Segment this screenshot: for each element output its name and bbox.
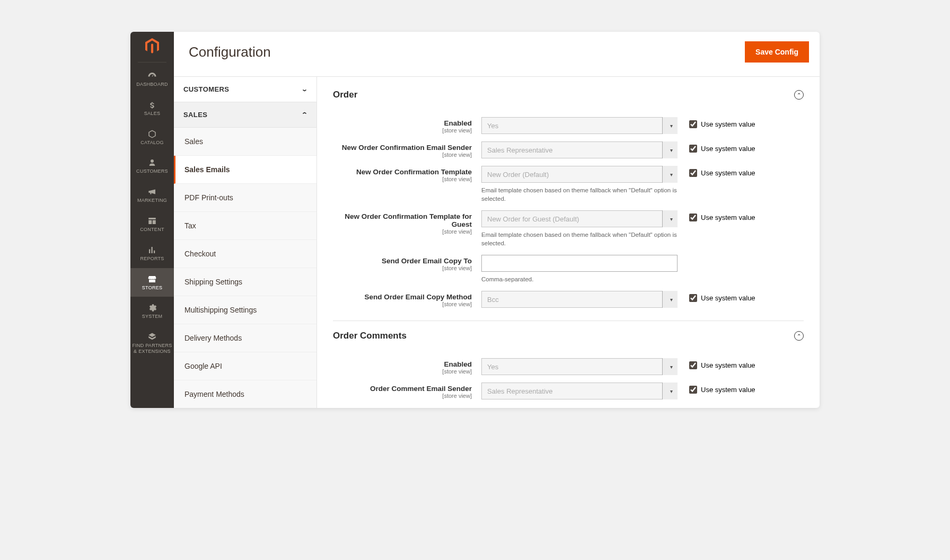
admin-window: DASHBOARD SALES CATALOG CUSTOMERS MARKET… [130,32,820,408]
puzzle-icon [131,331,173,343]
sidebar-item-multishipping[interactable]: Multishipping Settings [174,296,316,324]
scope-label: [store view] [333,368,472,375]
nav-dashboard[interactable]: DASHBOARD [130,65,174,94]
admin-nav: DASHBOARD SALES CATALOG CUSTOMERS MARKET… [130,32,174,408]
scope-label: [store view] [333,152,472,158]
main-panel: Configuration Save Config CUSTOMERS ⌄ SA… [174,32,820,408]
magento-logo-icon [130,32,174,62]
template-guest-select[interactable]: New Order for Guest (Default) [481,210,678,227]
section-order-head[interactable]: Order ⌃ [333,87,804,110]
use-system-checkbox[interactable] [689,169,697,177]
use-system-label[interactable]: Use system value [701,361,755,369]
config-sidebar: CUSTOMERS ⌄ SALES ⌃ Sales Sales Emails P… [174,77,317,408]
use-system-label[interactable]: Use system value [701,120,755,128]
sidebar-item-sales[interactable]: Sales [174,128,316,156]
scope-label: [store view] [333,265,472,271]
sidebar-item-sales-emails[interactable]: Sales Emails [174,156,316,184]
use-system-checkbox[interactable] [689,145,697,153]
use-system-checkbox[interactable] [689,386,697,394]
section-title: Order Comments [333,331,407,341]
field-copy-to: Send Order Email Copy To [store view] Co… [333,255,804,283]
scope-label: [store view] [333,393,472,399]
section-comments-head[interactable]: Order Comments ⌃ [333,328,804,351]
sender-select[interactable]: Sales Representative [481,141,678,158]
scope-label: [store view] [333,301,472,307]
section-divider [333,321,804,321]
person-icon [131,157,173,168]
field-label: New Order Confirmation Template [333,168,472,176]
chevron-down-icon: ⌄ [301,86,308,93]
field-label: Enabled [333,360,472,368]
copy-method-select[interactable]: Bcc [481,291,678,308]
sidebar-group-label: CUSTOMERS [183,85,229,93]
field-copy-method: Send Order Email Copy Method [store view… [333,291,804,308]
use-system-label[interactable]: Use system value [701,386,755,394]
nav-stores[interactable]: STORES [130,268,174,297]
comments-enabled-select[interactable]: Yes [481,358,678,375]
field-label: Order Comment Email Sender [333,385,472,393]
copy-to-input[interactable] [481,255,678,272]
sidebar-group-customers[interactable]: CUSTOMERS ⌄ [174,77,316,102]
field-label: Send Order Email Copy Method [333,293,472,301]
sidebar-item-pdf[interactable]: PDF Print-outs [174,184,316,212]
save-config-button[interactable]: Save Config [745,41,809,63]
use-system-checkbox[interactable] [689,120,697,128]
scope-label: [store view] [333,176,472,182]
sidebar-item-payment[interactable]: Payment Methods [174,380,316,408]
field-label: New Order Confirmation Email Sender [333,144,472,152]
helper-text: Email template chosen based on theme fal… [481,186,678,203]
use-system-label[interactable]: Use system value [701,169,755,177]
box-icon [131,128,173,140]
nav-system[interactable]: SYSTEM [130,297,174,326]
bar-chart-icon [131,244,173,256]
megaphone-icon [131,186,173,198]
sidebar-group-label: SALES [183,111,207,119]
sidebar-item-checkout[interactable]: Checkout [174,240,316,268]
use-system-label[interactable]: Use system value [701,294,755,302]
use-system-checkbox[interactable] [689,361,697,369]
nav-customers[interactable]: CUSTOMERS [130,152,174,181]
field-label: Enabled [333,119,472,127]
page-title: Configuration [189,44,271,60]
layout-icon [131,215,173,227]
nav-marketing[interactable]: MARKETING [130,181,174,210]
field-sender: New Order Confirmation Email Sender [sto… [333,141,804,158]
template-select[interactable]: New Order (Default) [481,166,678,183]
sidebar-item-tax[interactable]: Tax [174,212,316,240]
collapse-up-icon[interactable]: ⌃ [794,331,804,341]
helper-text: Email template chosen based on theme fal… [481,230,678,247]
nav-reports[interactable]: REPORTS [130,239,174,268]
store-icon [131,273,173,285]
config-content: Order ⌃ Enabled [store view] Yes Use sys… [317,77,820,408]
gear-icon [131,302,173,314]
dollar-icon [131,99,173,111]
sidebar-item-shipping[interactable]: Shipping Settings [174,268,316,296]
scope-label: [store view] [333,228,472,235]
nav-sales[interactable]: SALES [130,94,174,123]
scope-label: [store view] [333,127,472,134]
nav-partners[interactable]: FIND PARTNERS & EXTENSIONS [130,326,174,361]
field-comments-enabled: Enabled [store view] Yes Use system valu… [333,358,804,375]
collapse-up-icon[interactable]: ⌃ [794,90,804,100]
use-system-checkbox[interactable] [689,214,697,221]
comments-sender-select[interactable]: Sales Representative [481,383,678,399]
page-header: Configuration Save Config [174,32,820,76]
use-system-label[interactable]: Use system value [701,214,755,221]
chevron-up-icon: ⌃ [301,111,308,118]
helper-text: Comma-separated. [481,275,678,283]
section-title: Order [333,90,357,100]
use-system-checkbox[interactable] [689,294,697,302]
nav-catalog[interactable]: CATALOG [130,123,174,152]
sidebar-item-delivery[interactable]: Delivery Methods [174,324,316,352]
nav-content[interactable]: CONTENT [130,210,174,239]
sidebar-item-google-api[interactable]: Google API [174,352,316,380]
gauge-icon [131,70,173,82]
field-enabled: Enabled [store view] Yes Use system valu… [333,117,804,134]
field-label: Send Order Email Copy To [333,257,472,265]
sidebar-group-sales[interactable]: SALES ⌃ [174,102,316,128]
use-system-label[interactable]: Use system value [701,145,755,153]
field-label: New Order Confirmation Template for Gues… [333,212,472,228]
field-template: New Order Confirmation Template [store v… [333,166,804,203]
enabled-select[interactable]: Yes [481,117,678,134]
field-comments-sender: Order Comment Email Sender [store view] … [333,383,804,399]
